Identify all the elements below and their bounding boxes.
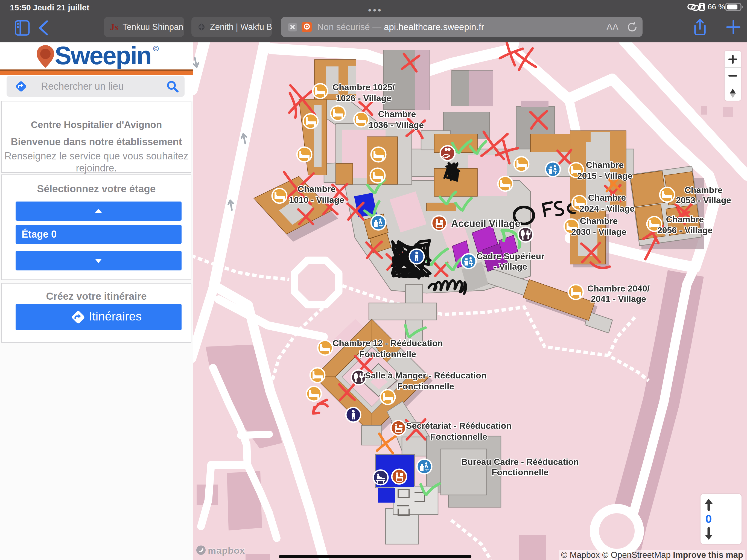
svg-text:Chambre: Chambre — [378, 109, 416, 119]
svg-text:2041 - Village: 2041 - Village — [591, 294, 646, 304]
svg-text:Chambre: Chambre — [586, 160, 624, 170]
svg-text:Chambre: Chambre — [298, 184, 336, 194]
svg-text:Chambre: Chambre — [588, 193, 626, 203]
svg-text:Chambre 2040/: Chambre 2040/ — [587, 284, 650, 294]
svg-text:Chambre: Chambre — [685, 185, 723, 195]
svg-text:Fonctionnelle: Fonctionnelle — [492, 467, 548, 477]
svg-text:- Village: - Village — [494, 262, 527, 272]
svg-text:Chambre: Chambre — [666, 214, 704, 224]
svg-text:1026 - Village: 1026 - Village — [336, 93, 391, 103]
svg-text:1010 - Village: 1010 - Village — [289, 195, 344, 205]
svg-text:0: 0 — [705, 512, 712, 525]
svg-text:2053 - Village: 2053 - Village — [676, 195, 731, 205]
svg-text:Chambre 1025/: Chambre 1025/ — [333, 82, 395, 92]
svg-text:Chambre: Chambre — [580, 216, 618, 226]
svg-text:Fonctionnelle: Fonctionnelle — [430, 432, 487, 441]
svg-text:Fonctionnelle: Fonctionnelle — [397, 381, 454, 391]
svg-text:Salle à Manger - Rééducation: Salle à Manger - Rééducation — [365, 371, 487, 380]
svg-text:Accueil Village: Accueil Village — [451, 218, 520, 229]
svg-text:Cadre Supérieur: Cadre Supérieur — [476, 251, 545, 261]
svg-text:Fonctionnelle: Fonctionnelle — [359, 349, 416, 359]
svg-text:2030 - Village: 2030 - Village — [571, 227, 626, 237]
svg-text:1036 - Village: 1036 - Village — [368, 120, 424, 130]
svg-text:2056 - Village: 2056 - Village — [657, 225, 713, 235]
svg-text:2024 - Village: 2024 - Village — [579, 204, 635, 213]
svg-text:mapbox: mapbox — [208, 545, 245, 556]
svg-text:Sweepin: Sweepin — [55, 43, 151, 69]
svg-text:Bureau Cadre - Rééducation: Bureau Cadre - Rééducation — [461, 457, 579, 467]
svg-text:©: © — [153, 44, 159, 53]
svg-text:Secrétariat - Rééducation: Secrétariat - Rééducation — [406, 421, 512, 431]
svg-text:Chambre 12 - Rééducation: Chambre 12 - Rééducation — [333, 338, 443, 348]
svg-text:66 %: 66 % — [707, 2, 725, 11]
svg-text:2015 - Village: 2015 - Village — [577, 171, 633, 181]
